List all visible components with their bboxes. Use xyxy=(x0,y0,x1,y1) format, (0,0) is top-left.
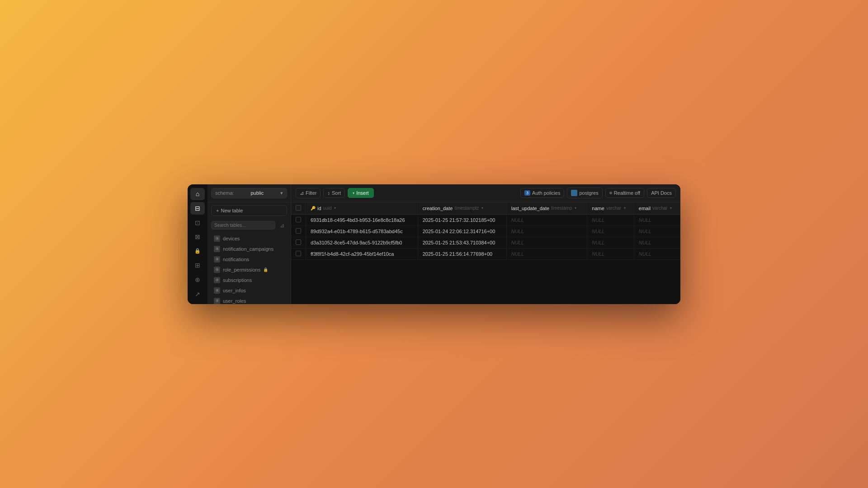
search-tables-input[interactable] xyxy=(211,221,275,230)
cell-name: NULL xyxy=(587,225,634,237)
sort-arrow-icon: ▾ xyxy=(670,206,672,210)
schema-dropdown[interactable]: schema: public ▾ xyxy=(211,188,287,198)
sidebar-icon-home[interactable]: ⌂ xyxy=(190,188,205,201)
header-checkbox[interactable] xyxy=(296,205,301,211)
sidebar-icon-box[interactable]: ⊞ xyxy=(190,259,205,272)
sidebar-icon-db[interactable]: ⊠ xyxy=(190,230,205,243)
table-item-devices[interactable]: ⊞ devices xyxy=(209,234,289,244)
col-header-id: 🔑 id uuid ▾ xyxy=(306,202,418,215)
filter-icon: ⊿ xyxy=(300,190,304,196)
plus-icon: + xyxy=(216,208,219,213)
cell-email: NULL xyxy=(634,248,680,259)
lock-icon: 🔒 xyxy=(263,267,268,272)
sort-icon: ↕ xyxy=(327,190,330,196)
cell-id: 89d932a4-e01b-4789-b615-d5783abd45c xyxy=(306,225,418,237)
table-item-notifications[interactable]: ⊞ notifications xyxy=(209,254,289,264)
table-sidebar: schema: public ▾ + New table ⊿ ⊞ devices… xyxy=(208,184,291,304)
schema-name: public xyxy=(250,190,264,196)
primary-key-icon: 🔑 xyxy=(311,206,316,211)
app-window: ⌂ ⊟ ⊡ ⊠ 🔒 ⊞ ⊕ ↗ schema: public ▾ + New t… xyxy=(188,184,680,304)
sort-arrow-icon: ▾ xyxy=(575,206,576,210)
realtime-status-icon xyxy=(609,192,612,194)
toolbar: ⊿ Filter ↕ Sort ▾ Insert 3 Auth policies… xyxy=(291,184,680,202)
cell-email: NULL xyxy=(634,225,680,237)
table-name-notification-campaigns: notification_campaigns xyxy=(223,246,274,252)
dropdown-arrow-icon: ▾ xyxy=(353,191,354,195)
table-item-role-permissions[interactable]: ⊞ role_permissions 🔒 xyxy=(209,265,289,275)
auth-policies-button[interactable]: 3 Auth policies xyxy=(520,188,564,198)
chevron-down-icon: ▾ xyxy=(280,190,283,196)
tables-list: ⊞ devices ⊞ notification_campaigns ⊞ not… xyxy=(208,232,291,304)
cell-last-update_date: NULL xyxy=(506,248,587,259)
cell-name: NULL xyxy=(587,248,634,259)
table-item-user-roles[interactable]: ⊞ user_roles xyxy=(209,296,289,304)
table-icon: ⊞ xyxy=(214,235,220,242)
schema-label: schema: xyxy=(215,190,234,196)
search-area: ⊿ xyxy=(208,219,291,232)
cell-last-update_date: NULL xyxy=(506,225,587,237)
sort-arrow-icon: ▾ xyxy=(624,206,626,210)
auth-count-badge: 3 xyxy=(524,190,530,196)
cell-id: d3a31052-8ce5-47dd-9ac5-9122b9cf5fb0 xyxy=(306,237,418,248)
table-name-user-roles: user_roles xyxy=(223,298,246,304)
col-header-name: name varchar ▾ xyxy=(587,202,634,215)
cell-creation-date: 2025-01-25 21:53:43.710384+00 xyxy=(418,237,506,248)
sidebar-icon-lock[interactable]: 🔒 xyxy=(190,245,205,258)
row-checkbox-box[interactable] xyxy=(296,239,301,245)
table-item-user-infos[interactable]: ⊞ user_infos xyxy=(209,286,289,296)
table-row[interactable]: d3a31052-8ce5-47dd-9ac5-9122b9cf5fb02025… xyxy=(291,237,680,248)
cell-name: NULL xyxy=(587,214,634,225)
sidebar-icon-globe[interactable]: ⊕ xyxy=(190,273,205,286)
sidebar-icon-arrow[interactable]: ↗ xyxy=(190,288,205,300)
row-checkbox-box[interactable] xyxy=(296,251,301,256)
schema-selector: schema: public ▾ xyxy=(208,184,291,202)
table-name-role-permissions: role_permissions xyxy=(223,267,260,272)
sort-arrow-icon: ▾ xyxy=(334,206,336,210)
row-checkbox-box[interactable] xyxy=(296,217,301,222)
postgres-icon xyxy=(571,190,577,196)
col-header-creation-date: creation_date timestamptz ▾ xyxy=(418,202,506,215)
table-name-devices: devices xyxy=(223,236,240,241)
new-table-button[interactable]: + New table xyxy=(211,205,287,216)
sidebar-icon-table[interactable]: ⊟ xyxy=(190,202,205,215)
table-icon: ⊞ xyxy=(214,287,220,294)
row-checkbox-box[interactable] xyxy=(296,228,301,234)
cell-email: NULL xyxy=(634,214,680,225)
cell-last-update_date: NULL xyxy=(506,237,587,248)
table-row[interactable]: ff3f8f1f-b4d8-42cf-a299-45bf14ef10ca2025… xyxy=(291,248,680,259)
main-content: ⊿ Filter ↕ Sort ▾ Insert 3 Auth policies… xyxy=(291,184,680,304)
cell-last-update_date: NULL xyxy=(506,214,587,225)
postgres-button[interactable]: postgres xyxy=(567,188,602,198)
table-row[interactable]: 89d932a4-e01b-4789-b615-d5783abd45c2025-… xyxy=(291,225,680,237)
row-checkbox[interactable] xyxy=(291,237,306,248)
row-checkbox[interactable] xyxy=(291,225,306,237)
cell-creation-date: 2025-01-25 21:57:32.102185+00 xyxy=(418,214,506,225)
cell-creation-date: 2025-01-25 21:56:14.77698+00 xyxy=(418,248,506,259)
table-item-notification-campaigns[interactable]: ⊞ notification_campaigns xyxy=(209,244,289,254)
cell-creation-date: 2025-01-24 22:06:12.314716+00 xyxy=(418,225,506,237)
filter-button[interactable]: ⊿ Filter xyxy=(296,188,321,198)
data-table: 🔑 id uuid ▾ creation_date timestamptz ▾ xyxy=(291,202,680,260)
table-icon: ⊞ xyxy=(214,277,220,283)
table-icon: ⊞ xyxy=(214,246,220,252)
table-item-subscriptions[interactable]: ⊞ subscriptions xyxy=(209,275,289,285)
row-checkbox[interactable] xyxy=(291,248,306,259)
sidebar-icon-file[interactable]: ⊡ xyxy=(190,216,205,229)
row-checkbox[interactable] xyxy=(291,214,306,225)
table-name-user-infos: user_infos xyxy=(223,288,246,293)
col-header-last-update-date: last_update_date timestamp ▾ xyxy=(506,202,587,215)
col-header-checkbox xyxy=(291,202,306,215)
table-row[interactable]: 6931db18-c495-4bd3-b953-16e8c8c18a262025… xyxy=(291,214,680,225)
filter-icon[interactable]: ⊿ xyxy=(277,221,287,230)
table-name-subscriptions: subscriptions xyxy=(223,277,252,283)
sort-button[interactable]: ↕ Sort xyxy=(323,188,345,198)
table-container[interactable]: 🔑 id uuid ▾ creation_date timestamptz ▾ xyxy=(291,202,680,304)
sort-arrow-icon: ▾ xyxy=(481,206,483,210)
realtime-button[interactable]: Realtime off xyxy=(605,188,645,198)
icon-sidebar: ⌂ ⊟ ⊡ ⊠ 🔒 ⊞ ⊕ ↗ xyxy=(188,184,208,304)
cell-id: 6931db18-c495-4bd3-b953-16e8c8c18a26 xyxy=(306,214,418,225)
col-header-email: email varchar ▾ xyxy=(634,202,680,215)
toolbar-right: 3 Auth policies postgres Realtime off AP… xyxy=(520,188,676,198)
api-docs-button[interactable]: API Docs xyxy=(647,188,676,198)
insert-button[interactable]: ▾ Insert xyxy=(348,188,374,198)
